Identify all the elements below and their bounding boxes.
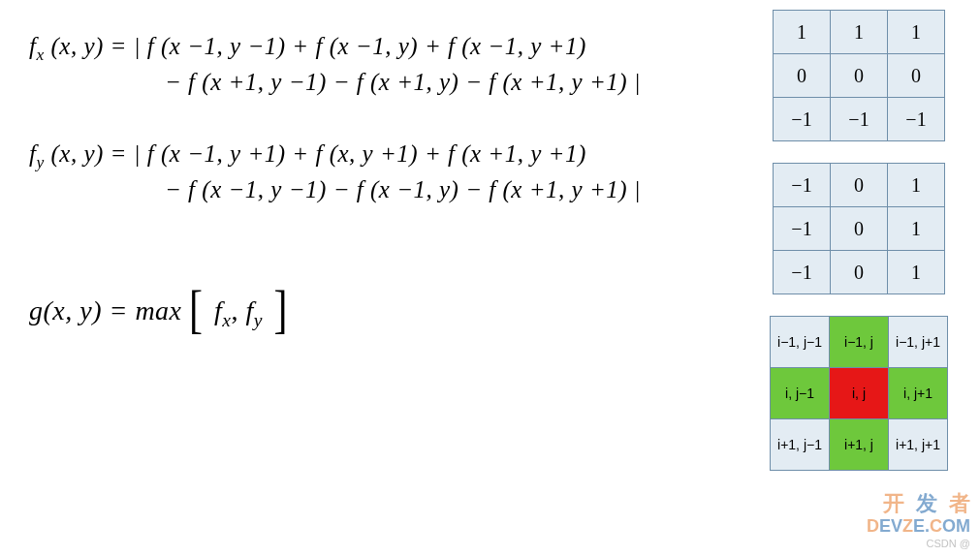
table-row: −1 0 1 xyxy=(774,251,945,294)
matrix-cell: 1 xyxy=(888,207,945,251)
fx-lhs-args: (x, y) = xyxy=(50,33,126,59)
table-row: 0 0 0 xyxy=(774,54,945,98)
g-arg-a-sub: x xyxy=(222,310,231,330)
matrix-cell: 1 xyxy=(774,11,831,54)
matrix-cell: 0 xyxy=(831,207,888,251)
fy-rhs-line2: − f (x −1, y −1) − f (x −1, y) − f (x +1… xyxy=(165,176,641,202)
page-root: fx (x, y) = | f (x −1, y −1) + f (x −1, … xyxy=(0,0,980,556)
equation-g: g(x, y) = max [ fx, fy ] xyxy=(29,283,738,331)
matrix-kx: 1 1 1 0 0 0 −1 −1 −1 xyxy=(773,10,945,141)
matrix-cell: i−1, j+1 xyxy=(889,317,948,368)
matrix-cell: 0 xyxy=(774,54,831,98)
matrix-cell: i−1, j xyxy=(830,317,889,368)
matrix-cell: −1 xyxy=(774,98,831,141)
subscript-y: y xyxy=(36,152,44,171)
matrix-cell: i, j−1 xyxy=(771,368,830,419)
g-lhs-args: (x, y) = max xyxy=(44,295,182,325)
equation-fy-line2: − f (x −1, y −1) − f (x −1, y) − f (x +1… xyxy=(29,176,738,203)
equation-fx-line2: − f (x +1, y −1) − f (x +1, y) − f (x +1… xyxy=(29,69,738,96)
matrix-cell: 0 xyxy=(831,164,888,207)
equation-fy: fy (x, y) = | f (x −1, y +1) + f (x, y +… xyxy=(29,137,738,207)
matrix-cell: 1 xyxy=(831,11,888,54)
matrix-cell: 1 xyxy=(888,251,945,294)
left-bracket-icon: [ xyxy=(189,280,204,340)
fy-lhs-args: (x, y) = xyxy=(50,140,126,167)
matrix-cell: i+1, j−1 xyxy=(771,419,830,471)
matrix-cell: 1 xyxy=(888,164,945,207)
matrix-cell: 0 xyxy=(888,54,945,98)
matrix-index: i−1, j−1 i−1, j i−1, j+1 i, j−1 i, j i, … xyxy=(770,316,948,471)
equations-column: fx (x, y) = | f (x −1, y −1) + f (x −1, … xyxy=(0,0,757,556)
g-arg-b-sub: y xyxy=(254,310,263,330)
table-row: i−1, j−1 i−1, j i−1, j+1 xyxy=(771,317,948,368)
table-row: −1 0 1 xyxy=(774,207,945,251)
fy-rhs-line1: | f (x −1, y +1) + f (x, y +1) + f (x +1… xyxy=(134,140,586,167)
matrix-cell: 0 xyxy=(831,54,888,98)
fx-rhs-line1: | f (x −1, y −1) + f (x −1, y) + f (x −1… xyxy=(134,33,586,59)
fx-rhs-line2: − f (x +1, y −1) − f (x +1, y) − f (x +1… xyxy=(165,69,641,95)
matrix-cell: i−1, j−1 xyxy=(771,317,830,368)
matrix-cell: i, j+1 xyxy=(889,368,948,419)
equation-fx: fx (x, y) = | f (x −1, y −1) + f (x −1, … xyxy=(29,29,738,100)
matrix-cell: −1 xyxy=(774,207,831,251)
table-row: i+1, j−1 i+1, j i+1, j+1 xyxy=(771,419,948,471)
table-row: 1 1 1 xyxy=(774,11,945,54)
matrix-cell: −1 xyxy=(888,98,945,141)
table-row: −1 −1 −1 xyxy=(774,98,945,141)
table-row: i, j−1 i, j i, j+1 xyxy=(771,368,948,419)
table-row: −1 0 1 xyxy=(774,164,945,207)
matrix-cell: i+1, j+1 xyxy=(889,419,948,471)
matrices-column: 1 1 1 0 0 0 −1 −1 −1 −1 0 1 −1 xyxy=(757,0,980,556)
matrix-cell: −1 xyxy=(774,251,831,294)
var-g: g xyxy=(29,295,44,325)
matrix-cell: i+1, j xyxy=(830,419,889,471)
equation-fx-line1: fx (x, y) = | f (x −1, y −1) + f (x −1, … xyxy=(29,33,738,65)
matrix-cell: −1 xyxy=(774,164,831,207)
matrix-cell: i, j xyxy=(830,368,889,419)
g-sep: , xyxy=(232,295,246,325)
equation-fy-line1: fy (x, y) = | f (x −1, y +1) + f (x, y +… xyxy=(29,140,738,172)
subscript-x: x xyxy=(36,45,44,64)
right-bracket-icon: ] xyxy=(274,280,289,340)
matrix-cell: −1 xyxy=(831,98,888,141)
matrix-ky: −1 0 1 −1 0 1 −1 0 1 xyxy=(773,163,945,294)
matrix-cell: 1 xyxy=(888,11,945,54)
matrix-cell: 0 xyxy=(831,251,888,294)
g-arg-b: f xyxy=(246,295,254,325)
